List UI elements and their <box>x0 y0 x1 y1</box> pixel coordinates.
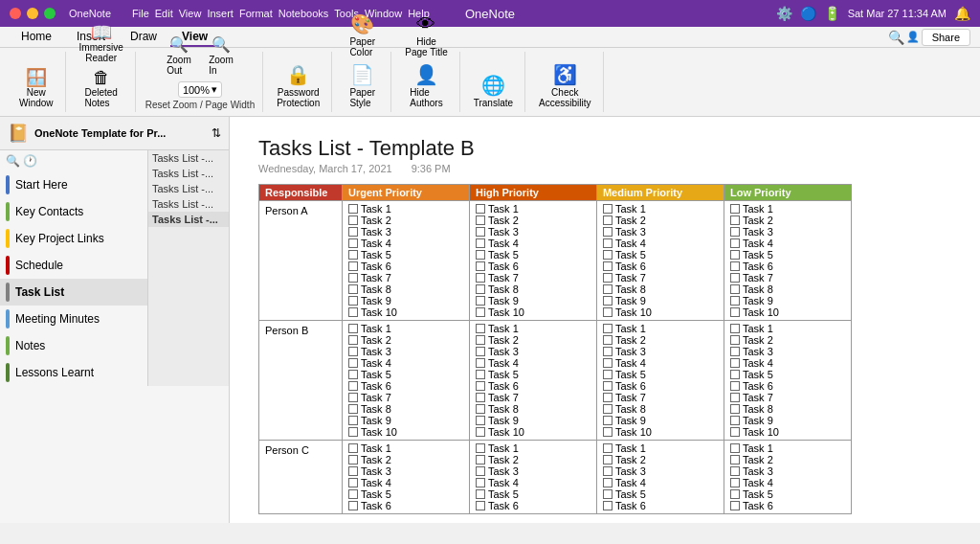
hide-page-title-button[interactable]: 👁 HidePage Title <box>401 11 451 59</box>
zoom-in-button[interactable]: 🔍 ZoomIn <box>202 34 240 78</box>
task-checkbox[interactable] <box>476 455 485 465</box>
task-checkbox[interactable] <box>348 215 358 225</box>
task-checkbox[interactable] <box>603 501 612 510</box>
task-checkbox[interactable] <box>730 416 740 425</box>
task-checkbox[interactable] <box>476 381 485 391</box>
task-checkbox[interactable] <box>476 427 485 437</box>
tab-home[interactable]: Home <box>10 28 63 47</box>
task-checkbox[interactable] <box>603 215 612 225</box>
reset-zoom-button[interactable]: Reset Zoom / Page Width <box>145 100 256 110</box>
task-checkbox[interactable] <box>603 261 612 271</box>
password-protection-button[interactable]: 🔒 PasswordProtection <box>273 61 323 110</box>
paper-color-button[interactable]: 🎨 PaperColor <box>344 11 382 59</box>
task-checkbox[interactable] <box>476 250 485 260</box>
sidebar-search[interactable]: 🔍 🕐 <box>0 150 147 171</box>
task-checkbox[interactable] <box>603 455 612 465</box>
task-checkbox[interactable] <box>603 443 612 453</box>
share-button[interactable]: Share <box>922 29 970 46</box>
page-key-links[interactable]: Tasks List -... <box>148 181 230 196</box>
task-checkbox[interactable] <box>603 307 612 317</box>
task-checkbox[interactable] <box>603 238 612 248</box>
sidebar-item-schedule[interactable]: Schedule <box>0 252 147 279</box>
maximize-button[interactable] <box>44 8 56 19</box>
notebook-header[interactable]: 📔 OneNote Template for Pr... ⇅ <box>0 117 229 150</box>
sidebar-item-key-contacts[interactable]: Key Contacts <box>0 198 147 225</box>
check-accessibility-button[interactable]: ♿ CheckAccessibility <box>535 61 594 110</box>
task-checkbox[interactable] <box>730 261 740 271</box>
task-checkbox[interactable] <box>476 215 485 225</box>
menu-format[interactable]: Format <box>239 8 273 19</box>
task-checkbox[interactable] <box>730 324 740 333</box>
task-checkbox[interactable] <box>603 335 612 345</box>
task-checkbox[interactable] <box>348 381 358 391</box>
task-checkbox[interactable] <box>476 324 485 333</box>
task-checkbox[interactable] <box>730 427 740 437</box>
task-checkbox[interactable] <box>348 501 358 510</box>
task-checkbox[interactable] <box>603 381 612 391</box>
menu-file[interactable]: File <box>132 8 149 19</box>
task-checkbox[interactable] <box>348 393 358 402</box>
immersive-reader-button[interactable]: 📖 ImmersiveReader <box>76 22 127 65</box>
hide-authors-button[interactable]: 👤 HideAuthors <box>406 61 446 110</box>
page-key-contacts[interactable]: Tasks List -... <box>148 166 230 181</box>
menu-edit[interactable]: Edit <box>155 8 173 19</box>
sidebar-item-task-list[interactable]: Task List <box>0 279 147 306</box>
task-checkbox[interactable] <box>730 466 740 476</box>
task-checkbox[interactable] <box>348 204 358 214</box>
task-checkbox[interactable] <box>603 347 612 356</box>
task-checkbox[interactable] <box>603 296 612 306</box>
task-checkbox[interactable] <box>730 393 740 402</box>
task-checkbox[interactable] <box>476 358 485 368</box>
task-checkbox[interactable] <box>348 296 358 306</box>
task-checkbox[interactable] <box>348 284 358 294</box>
menu-insert[interactable]: Insert <box>207 8 234 19</box>
sidebar-item-lessons[interactable]: Lessons Learnt <box>0 359 147 386</box>
task-checkbox[interactable] <box>476 443 485 453</box>
task-checkbox[interactable] <box>348 307 358 317</box>
task-checkbox[interactable] <box>730 501 740 510</box>
page-start-here[interactable]: Tasks List -... <box>148 150 230 166</box>
task-checkbox[interactable] <box>603 478 612 487</box>
task-checkbox[interactable] <box>348 455 358 465</box>
task-checkbox[interactable] <box>348 324 358 333</box>
task-checkbox[interactable] <box>603 204 612 214</box>
task-checkbox[interactable] <box>348 489 358 499</box>
task-checkbox[interactable] <box>348 273 358 283</box>
task-checkbox[interactable] <box>603 227 612 237</box>
sidebar-item-notes[interactable]: Notes <box>0 332 147 359</box>
task-checkbox[interactable] <box>730 215 740 225</box>
zoom-dropdown[interactable]: 100% ▾ <box>178 81 222 98</box>
task-checkbox[interactable] <box>603 358 612 368</box>
sidebar-item-meeting-minutes[interactable]: Meeting Minutes <box>0 306 147 332</box>
task-checkbox[interactable] <box>730 273 740 283</box>
task-checkbox[interactable] <box>603 416 612 425</box>
task-checkbox[interactable] <box>348 261 358 271</box>
task-checkbox[interactable] <box>348 347 358 356</box>
task-checkbox[interactable] <box>476 307 485 317</box>
task-checkbox[interactable] <box>730 358 740 368</box>
page-task-list[interactable]: Tasks List -... <box>148 212 230 227</box>
task-checkbox[interactable] <box>476 404 485 414</box>
task-checkbox[interactable] <box>476 466 485 476</box>
task-checkbox[interactable] <box>730 227 740 237</box>
task-checkbox[interactable] <box>730 238 740 248</box>
task-checkbox[interactable] <box>730 381 740 391</box>
task-checkbox[interactable] <box>603 324 612 333</box>
task-checkbox[interactable] <box>730 250 740 260</box>
task-checkbox[interactable] <box>348 370 358 379</box>
task-checkbox[interactable] <box>348 416 358 425</box>
task-checkbox[interactable] <box>348 358 358 368</box>
task-checkbox[interactable] <box>476 416 485 425</box>
task-checkbox[interactable] <box>348 478 358 487</box>
task-checkbox[interactable] <box>348 443 358 453</box>
task-checkbox[interactable] <box>348 404 358 414</box>
sidebar-item-start-here[interactable]: Start Here <box>0 171 147 198</box>
task-checkbox[interactable] <box>348 335 358 345</box>
task-checkbox[interactable] <box>476 489 485 499</box>
task-checkbox[interactable] <box>730 284 740 294</box>
task-checkbox[interactable] <box>476 238 485 248</box>
task-checkbox[interactable] <box>603 370 612 379</box>
task-checkbox[interactable] <box>603 250 612 260</box>
zoom-out-button[interactable]: 🔍 ZoomOut <box>160 34 198 78</box>
paper-style-button[interactable]: 📄 PaperStyle <box>344 61 382 110</box>
